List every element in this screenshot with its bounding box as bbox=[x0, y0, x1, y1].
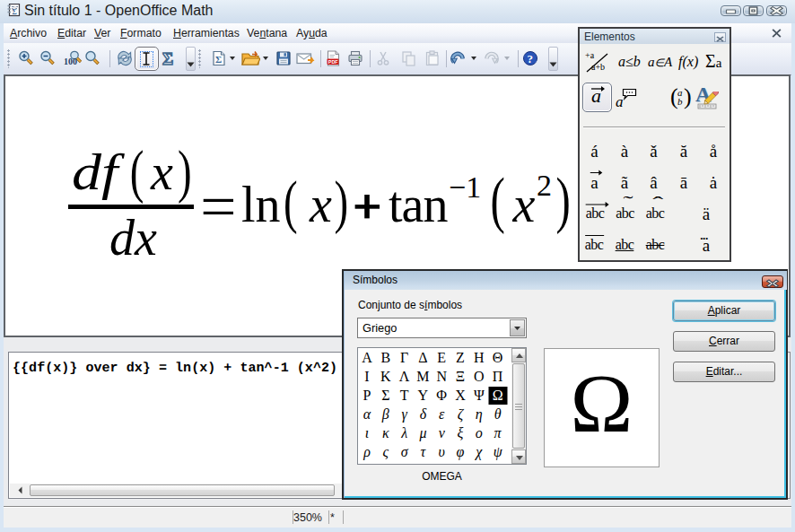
svg-text:100: 100 bbox=[64, 57, 77, 66]
svg-text:Σ: Σ bbox=[215, 54, 222, 65]
svg-text:?: ? bbox=[528, 52, 534, 65]
svg-text:Σ: Σ bbox=[13, 8, 17, 16]
svg-text:PDF: PDF bbox=[328, 59, 338, 65]
